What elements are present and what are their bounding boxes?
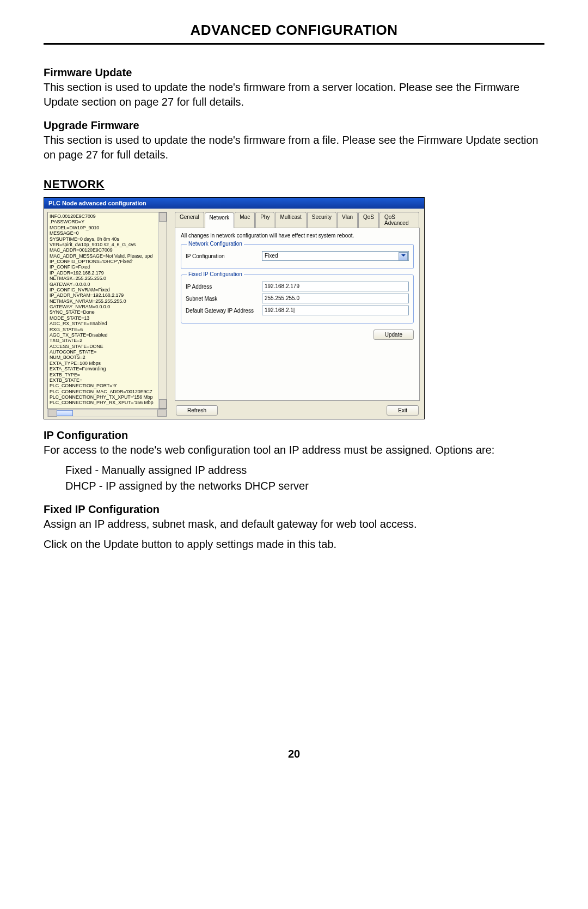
tab-security[interactable]: Security (307, 212, 336, 228)
tab-mac[interactable]: Mac (235, 212, 255, 228)
window-titlebar: PLC Node advanced configuration (44, 198, 424, 209)
exit-button[interactable]: Exit (387, 405, 419, 416)
info-line: RXG_STATE=6 (50, 327, 165, 332)
info-line: MODE_STATE=13 (50, 315, 165, 321)
tab-bar: General Network Mac Phy Multicast Securi… (175, 212, 420, 228)
title-rule (44, 43, 544, 45)
tab-general[interactable]: General (175, 212, 204, 228)
info-line: GATEWAY_NVRAM=0.0.0.0 (50, 304, 165, 309)
info-line: AGC_RX_STATE=Enabled (50, 321, 165, 326)
info-line: MODEL=DW10P_9010 (50, 225, 165, 230)
legend-fixed-ip-config: Fixed IP Configuration (187, 271, 244, 277)
text-fixed-ip-configuration: Assign an IP address, subnet mask, and d… (44, 517, 544, 532)
info-line: MAC_ADDR=00120E9C7009 (50, 247, 165, 253)
heading-fixed-ip-configuration: Fixed IP Configuration (44, 503, 544, 516)
label-subnet-mask: Subnet Mask (186, 296, 262, 302)
info-line: IP_CONFIG=Fixed (50, 264, 165, 270)
text-ip-configuration: For access to the node's web configurati… (44, 443, 544, 457)
info-line: AGC_TX_STATE=Disabled (50, 332, 165, 338)
text-upgrade-firmware: This section is used to update the node'… (44, 133, 544, 162)
info-panel: INFO.00120E9C7009.PASSWORD=YMODEL=DW10P_… (47, 212, 167, 409)
info-line: EXTA_TYPE=100 Mbps (50, 361, 165, 366)
page-title: ADVANCED CONFIGURATION (44, 22, 544, 39)
info-line: PLC_CONNECTION_PORT='9' (50, 383, 165, 388)
tab-panel-network: All changes in network configuration wil… (175, 228, 420, 401)
text-update-note: Click on the Update button to apply sett… (44, 537, 544, 552)
update-button[interactable]: Update (373, 330, 414, 340)
network-note: All changes in network configuration wil… (181, 233, 415, 239)
info-line: IP_CONFIG_OPTIONS='DHCP','Fixed' (50, 259, 165, 264)
screenshot-plc-config: PLC Node advanced configuration INFO.001… (44, 197, 425, 419)
input-subnet-mask[interactable]: 255.255.255.0 (262, 294, 409, 303)
text-firmware-update: This section is used to update the node'… (44, 80, 544, 109)
info-line: ACCESS_STATE=DONE (50, 344, 165, 349)
info-line: PLC_CONNECTION_MAC_ADDR='00120E9C7 (50, 389, 165, 394)
info-line: IP_ADDR=192.168.2.179 (50, 270, 165, 276)
info-line: TXG_STATE=2 (50, 338, 165, 343)
label-ip-address: IP Address (186, 284, 262, 290)
fieldset-fixed-ip-config: Fixed IP Configuration IP Address 192.16… (181, 274, 414, 324)
input-default-gateway[interactable]: 192.168.2.1| (262, 306, 409, 315)
info-line: .PASSWORD=Y (50, 219, 165, 224)
tab-phy[interactable]: Phy (255, 212, 274, 228)
tab-vlan[interactable]: Vlan (337, 212, 358, 228)
fieldset-network-config: Network Configuration IP Configuration F… (181, 244, 414, 269)
info-line: NETMASK_NVRAM=255.255.255.0 (50, 298, 165, 304)
tab-qos[interactable]: QoS (358, 212, 379, 228)
text-ip-option-fixed: Fixed - Manually assigned IP address (65, 463, 544, 478)
tab-multicast[interactable]: Multicast (275, 212, 306, 228)
heading-firmware-update: Firmware Update (44, 66, 544, 79)
chevron-down-icon (401, 254, 406, 257)
info-line: NETMASK=255.255.255.0 (50, 276, 165, 281)
label-default-gateway: Default Gateway IP Address (186, 308, 262, 314)
info-line: INFO.00120E9C7009 (50, 213, 165, 219)
tab-network[interactable]: Network (205, 212, 235, 228)
info-line: SYSUPTIME=0 days, 0h 8m 40s (50, 236, 165, 242)
info-line: EXTB_TYPE= (50, 372, 165, 377)
heading-ip-configuration: IP Configuration (44, 429, 544, 442)
info-line: IP_ADDR_NVRAM=192.168.2.179 (50, 292, 165, 298)
refresh-button[interactable]: Refresh (176, 405, 218, 416)
info-line: EXTB_STATE= (50, 377, 165, 383)
info-line: IP_CONFIG_NVRAM=Fixed (50, 287, 165, 292)
info-line: AUTOCONF_STATE= (50, 349, 165, 355)
info-line: MAC_ADDR_MESSAGE=Not Valid. Please, upd (50, 253, 165, 259)
scrollbar-horizontal[interactable] (47, 409, 167, 417)
heading-upgrade-firmware: Upgrade Firmware (44, 119, 544, 132)
label-ip-configuration: IP Configuration (186, 253, 262, 259)
info-line: MESSAGE=0 (50, 230, 165, 236)
info-line: EXTA_STATE=Forwarding (50, 366, 165, 371)
tab-qos-advanced[interactable]: QoS Advanced (379, 212, 419, 228)
input-ip-address[interactable]: 192.168.2.179 (262, 282, 409, 291)
heading-network: NETWORK (44, 178, 544, 191)
info-line: SYNC_STATE=Done (50, 309, 165, 315)
page-number: 20 (44, 748, 544, 760)
scrollbar-vertical[interactable] (158, 212, 167, 408)
select-ip-configuration[interactable]: Fixed (262, 251, 409, 261)
info-line: VER=spirit_dw10p_9010 s2_4_6_G_cvs (50, 242, 165, 247)
info-line: GATEWAY=0.0.0.0 (50, 282, 165, 287)
legend-network-config: Network Configuration (187, 241, 244, 247)
info-line: NUM_BOOTS=2 (50, 355, 165, 360)
info-line: PLC_CONNECTION_PHY_RX_XPUT='156 Mbp (50, 400, 165, 405)
text-ip-option-dhcp: DHCP - IP assigned by the networks DHCP … (65, 479, 544, 493)
select-ip-configuration-value: Fixed (265, 253, 278, 259)
info-line: PLC_CONNECTION_PHY_TX_XPUT='156 Mbp (50, 394, 165, 400)
